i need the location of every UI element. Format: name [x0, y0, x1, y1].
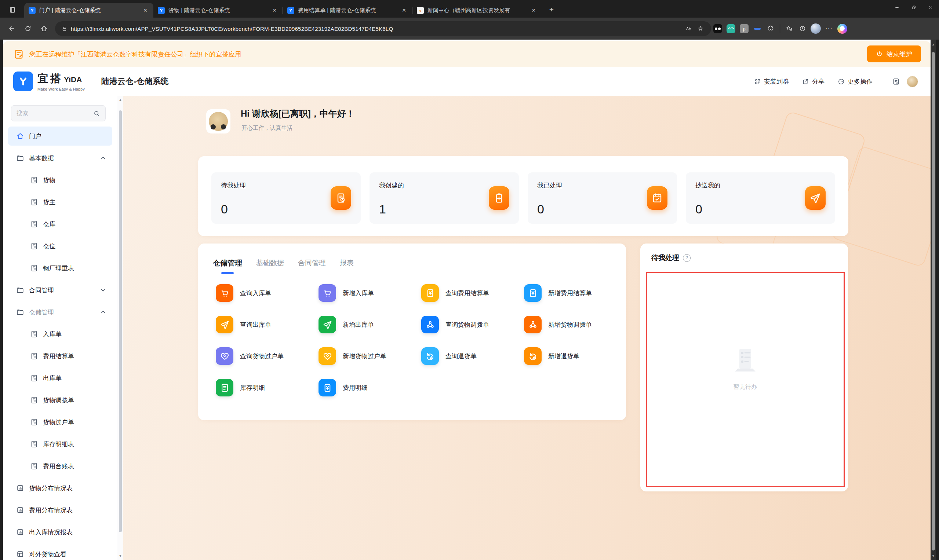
- sidebar-item-仓位[interactable]: 仓位: [8, 238, 112, 254]
- sidebar-item-费用结算单[interactable]: 费用结算单: [8, 348, 112, 364]
- shortcut-新增货物过户单[interactable]: 新增货物过户单: [319, 347, 421, 365]
- collections-icon[interactable]: [783, 22, 796, 35]
- todo-empty-text: 暂无待办: [734, 383, 757, 391]
- minimize-icon[interactable]: [888, 0, 905, 15]
- plane-icon: [216, 316, 233, 333]
- refresh-icon[interactable]: [20, 21, 35, 36]
- sidebar-scrollbar[interactable]: ▲ ▼: [117, 96, 123, 560]
- close-tab-icon[interactable]: ✕: [141, 6, 150, 15]
- ext-gray-p-icon[interactable]: p: [738, 22, 750, 35]
- sidebar-item-门户[interactable]: 门户: [8, 126, 112, 146]
- shortcut-新增退货单[interactable]: 新增退货单: [524, 347, 627, 365]
- profile-avatar[interactable]: [809, 22, 822, 35]
- chevron-up-icon[interactable]: [100, 155, 106, 162]
- stat-card-我创建的[interactable]: 我创建的1: [370, 172, 519, 224]
- extensions-puzzle-icon[interactable]: [764, 22, 777, 35]
- shortcut-查询货物调拨单[interactable]: 查询货物调拨单: [421, 316, 524, 333]
- search-input[interactable]: 搜索: [11, 105, 106, 122]
- shortcut-查询费用结算单[interactable]: 查询费用结算单: [421, 284, 524, 302]
- header-action-分享[interactable]: 分享: [797, 77, 830, 86]
- address-bar[interactable]: https://i3lmxb.aliwork.com/APP_VSUTV41PC…: [55, 21, 711, 36]
- sidebar-item-钢厂理重表[interactable]: 钢厂理重表: [8, 260, 112, 276]
- shortcut-新增货物调拨单[interactable]: 新增货物调拨单: [524, 316, 627, 333]
- browser-tab[interactable]: 货物 | 陆港云仓-仓储系统✕: [153, 3, 282, 18]
- close-tab-icon[interactable]: ✕: [270, 6, 279, 15]
- shortcut-库存明细[interactable]: 库存明细: [216, 379, 319, 397]
- shortcut-查询退货单[interactable]: 查询退货单: [421, 347, 524, 365]
- sidebar-item-货物过户单[interactable]: 货物过户单: [8, 414, 112, 430]
- ext-blue-dash-icon[interactable]: [751, 22, 763, 35]
- sidebar-item-对外货物查看[interactable]: 对外货物查看: [8, 546, 112, 560]
- page-scrollbar-thumb[interactable]: [932, 52, 935, 551]
- shortcut-查询入库单[interactable]: 查询入库单: [216, 284, 319, 302]
- news-favicon: e: [417, 7, 424, 14]
- shortcut-查询货物过户单[interactable]: 查询货物过户单: [216, 347, 319, 365]
- tab-合同管理[interactable]: 合同管理: [298, 258, 326, 274]
- sidebar-item-库存明细表[interactable]: 库存明细表: [8, 436, 112, 452]
- stat-card-我已处理[interactable]: 我已处理0: [528, 172, 677, 224]
- question-circle-icon[interactable]: ?: [683, 254, 691, 262]
- sidebar-item-出入库情况报表[interactable]: 出入库情况报表: [8, 524, 112, 540]
- home-icon[interactable]: [37, 21, 51, 36]
- stat-card-抄送我的[interactable]: 抄送我的0: [686, 172, 835, 224]
- end-maintenance-button[interactable]: 结束维护: [867, 46, 921, 62]
- return-icon: [524, 347, 541, 365]
- close-icon[interactable]: [922, 0, 939, 15]
- more-ellipsis-icon[interactable]: ···: [823, 22, 835, 35]
- favorite-star-icon[interactable]: [695, 23, 706, 34]
- shortcut-label: 新增费用结算单: [548, 289, 592, 297]
- stats-card: 待我处理0我创建的1我已处理0抄送我的0: [198, 156, 848, 236]
- tab-仓储管理[interactable]: 仓储管理: [213, 258, 242, 274]
- shortcut-查询出库单[interactable]: 查询出库单: [216, 316, 319, 333]
- yida-logo[interactable]: [13, 72, 33, 91]
- sidebar-item-费用台账表[interactable]: 费用台账表: [8, 458, 112, 474]
- clipboard-check-icon[interactable]: [892, 77, 900, 85]
- new-tab-button[interactable]: +: [545, 3, 558, 16]
- history-icon[interactable]: [796, 22, 809, 35]
- header-avatar[interactable]: [907, 76, 918, 87]
- back-icon[interactable]: [5, 21, 19, 36]
- shortcut-新增费用结算单[interactable]: 新增费用结算单: [524, 284, 627, 302]
- header-action-安装到群[interactable]: 安装到群: [749, 77, 794, 86]
- url-text[interactable]: https://i3lmxb.aliwork.com/APP_VSUTV41PC…: [71, 26, 681, 32]
- form-icon: [30, 462, 38, 470]
- restore-icon[interactable]: [905, 0, 922, 15]
- copilot-icon[interactable]: [836, 22, 848, 35]
- ext-dark-dots-icon[interactable]: [711, 22, 724, 35]
- shortcut-费用明细[interactable]: 费用明细: [319, 379, 421, 397]
- folder-icon: [16, 154, 24, 162]
- sidebar-item-label: 门户: [29, 132, 42, 140]
- page-scrollbar[interactable]: ▲ ▼: [931, 40, 936, 560]
- shortcut-新增出库单[interactable]: 新增出库单: [319, 316, 421, 333]
- sidebar-item-费用分布情况表[interactable]: 费用分布情况表: [8, 502, 112, 518]
- browser-tab[interactable]: 门户 | 陆港云仓-仓储系统✕: [24, 3, 153, 18]
- sidebar-item-仓库[interactable]: 仓库: [8, 216, 112, 232]
- sidebar-item-出库单[interactable]: 出库单: [8, 370, 112, 386]
- sidebar-item-label: 入库单: [43, 330, 62, 338]
- header-action-更多操作[interactable]: 更多操作: [833, 77, 878, 86]
- sidebar-item-label: 仓库: [43, 220, 56, 228]
- browser-tab[interactable]: 费用结算单 | 陆港云仓-仓储系统✕: [283, 3, 412, 18]
- ext-teal-code-icon[interactable]: </>: [725, 22, 737, 35]
- sidebar-item-货物调拨单[interactable]: 货物调拨单: [8, 392, 112, 408]
- tab-基础数据[interactable]: 基础数据: [256, 258, 284, 274]
- sidebar-scrollbar-thumb[interactable]: [119, 111, 122, 532]
- form-icon: [30, 374, 38, 382]
- sidebar-item-货物[interactable]: 货物: [8, 172, 112, 188]
- chevron-down-icon[interactable]: [100, 287, 106, 293]
- browser-tab[interactable]: e新闻中心（赣州高新区投资发展有✕: [412, 3, 541, 18]
- chevron-up-icon[interactable]: [100, 309, 106, 315]
- close-tab-icon[interactable]: ✕: [529, 6, 538, 15]
- sidebar-item-货物分布情况表[interactable]: 货物分布情况表: [8, 480, 112, 496]
- sidebar-item-货主[interactable]: 货主: [8, 194, 112, 210]
- sidebar-item-仓储管理[interactable]: 仓储管理: [8, 304, 112, 320]
- sidebar-item-合同管理[interactable]: 合同管理: [8, 282, 112, 298]
- close-tab-icon[interactable]: ✕: [399, 6, 409, 15]
- tab-actions-menu-icon[interactable]: [5, 4, 20, 16]
- read-aloud-icon[interactable]: [683, 23, 694, 34]
- sidebar-item-基本数据[interactable]: 基本数据: [8, 150, 112, 166]
- shortcut-新增入库单[interactable]: 新增入库单: [319, 284, 421, 302]
- stat-card-待我处理[interactable]: 待我处理0: [211, 172, 361, 224]
- tab-报表[interactable]: 报表: [340, 258, 354, 274]
- sidebar-item-入库单[interactable]: 入库单: [8, 326, 112, 342]
